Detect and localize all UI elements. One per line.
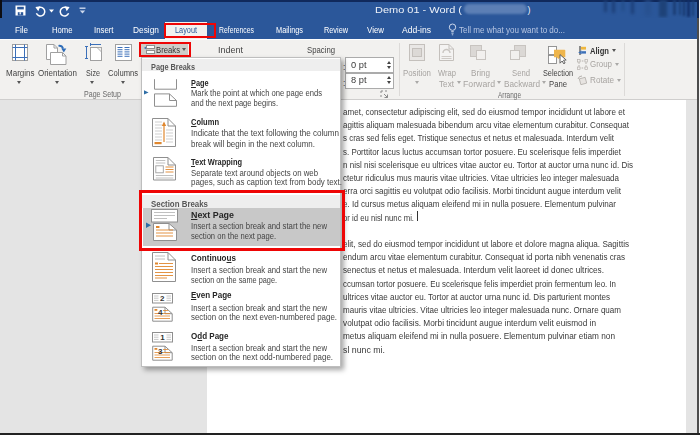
svg-text:1: 1 — [160, 333, 165, 342]
svg-text:4: 4 — [158, 308, 163, 317]
svg-text:2: 2 — [160, 294, 165, 303]
svg-text:3: 3 — [158, 347, 163, 356]
